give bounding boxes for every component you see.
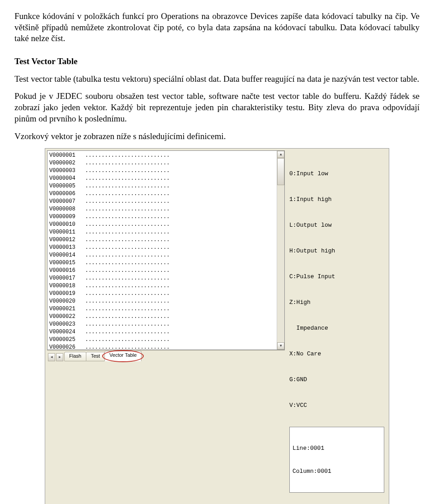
vector-row[interactable]: V0000019 ..........................	[49, 290, 275, 298]
legend-row: G:GND	[289, 375, 384, 384]
position-column: Column:0001	[292, 467, 381, 475]
paragraph-2: Test vector table (tabulka testu vektoru…	[14, 74, 420, 85]
position-box: Line:0001 Column:0001	[289, 427, 384, 493]
vector-row[interactable]: V0000025 ..........................	[49, 336, 275, 344]
tab-scroll-right-icon[interactable]: ▸	[56, 353, 63, 361]
vector-row[interactable]: V0000024 ..........................	[49, 328, 275, 336]
scroll-down-icon[interactable]: ▾	[277, 342, 284, 350]
vector-row[interactable]: V0000002 ..........................	[49, 159, 275, 167]
vector-row[interactable]: V0000015 ..........................	[49, 259, 275, 267]
tab-vector-table-label: Vector Table	[109, 352, 137, 358]
tab-scroll-left-icon[interactable]: ◂	[48, 353, 55, 361]
vector-row[interactable]: V0000026 ..........................	[49, 344, 275, 350]
vector-row[interactable]: V0000020 ..........................	[49, 298, 275, 305]
intro-paragraph: Funkce kódování v položkách funkcí pro O…	[14, 11, 420, 44]
vector-row[interactable]: V0000003 ..........................	[49, 167, 275, 175]
vector-row[interactable]: V0000023 ..........................	[49, 321, 275, 328]
tab-vector-table[interactable]: Vector Table	[104, 351, 142, 361]
tab-test[interactable]: Test	[86, 352, 105, 361]
vector-row[interactable]: V0000013 ..........................	[49, 244, 275, 252]
vector-row[interactable]: V0000001 ..........................	[49, 152, 275, 159]
legend-row: 0:Input low	[289, 169, 384, 178]
paragraph-4: Vzorkový vektor je zobrazen níže s násle…	[14, 131, 420, 142]
vector-row[interactable]: V0000018 ..........................	[49, 282, 275, 290]
scroll-thumb[interactable]	[277, 158, 284, 185]
vertical-scrollbar[interactable]: ▴ ▾	[277, 151, 284, 350]
legend-row: L:Output low	[289, 221, 384, 229]
legend: 0:Input low 1:Input high L:Output low H:…	[289, 152, 384, 427]
vector-row[interactable]: V0000011 ..........................	[49, 229, 275, 236]
scroll-up-icon[interactable]: ▴	[277, 151, 284, 158]
vector-row[interactable]: V0000010 ..........................	[49, 221, 275, 229]
vector-row[interactable]: V0000007 ..........................	[49, 198, 275, 205]
legend-row: X:No Care	[289, 350, 384, 358]
vector-row[interactable]: V0000017 ..........................	[49, 275, 275, 282]
vector-row[interactable]: V0000016 ..........................	[49, 267, 275, 275]
vector-row[interactable]: V0000004 ..........................	[49, 175, 275, 182]
vector-row[interactable]: V0000021 ..........................	[49, 305, 275, 313]
position-line: Line:0001	[292, 444, 381, 452]
section-heading: Test Vector Table	[14, 56, 420, 67]
legend-row: H:Output high	[289, 247, 384, 255]
legend-row: V:VCC	[289, 401, 384, 410]
vector-row[interactable]: V0000005 ..........................	[49, 182, 275, 190]
tab-strip: ◂ ▸ Flash Test Vector Table	[47, 350, 285, 361]
vector-row[interactable]: V0000014 ..........................	[49, 252, 275, 259]
legend-row: C:Pulse Input	[289, 272, 384, 281]
legend-row: 1:Input high	[289, 195, 384, 204]
legend-row: Impedance	[289, 324, 384, 332]
vector-row[interactable]: V0000008 ..........................	[49, 205, 275, 213]
vector-list[interactable]: V0000001 ..........................V0000…	[47, 150, 285, 350]
paragraph-3: Pokud je v JEDEC souboru obsažen test ve…	[14, 91, 420, 124]
vector-row[interactable]: V0000012 ..........................	[49, 236, 275, 244]
vector-row[interactable]: V0000009 ..........................	[49, 213, 275, 221]
tab-flash[interactable]: Flash	[64, 352, 86, 361]
legend-row: Z:High	[289, 298, 384, 307]
vector-row[interactable]: V0000022 ..........................	[49, 313, 275, 321]
vector-row[interactable]: V0000006 ..........................	[49, 190, 275, 198]
embedded-screenshot: V0000001 ..........................V0000…	[14, 148, 420, 504]
